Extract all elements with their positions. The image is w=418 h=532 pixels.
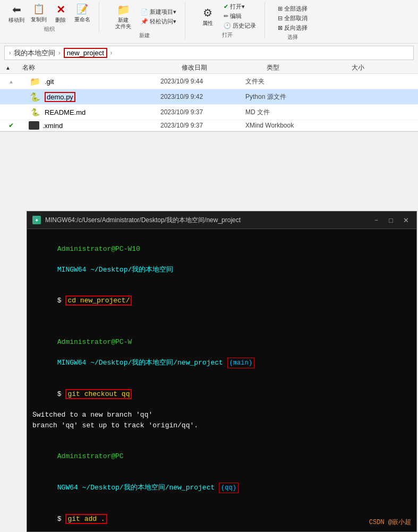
csdn-watermark: CSDN @嵌小超 [369, 518, 411, 527]
delete-label: 删除 [55, 17, 66, 23]
properties-icon: ⚙ [203, 6, 212, 19]
copy-to-label: 复制到 [31, 16, 47, 23]
demo-py-name-cell: 🐍 demo.py [22, 90, 160, 103]
file-row-demo-py[interactable]: 🐍 demo.py 2023/10/9 9:42 Python 源文件 [0, 89, 418, 105]
terminal-icon: ✦ [32, 216, 41, 224]
new-folder-icon: 📁 [117, 3, 130, 16]
terminal-title: MINGW64:/c/Users/Administrator/Desktop/我… [45, 216, 366, 225]
breadcrumb-root[interactable]: 我的本地空间 [14, 48, 55, 58]
new-item-button[interactable]: 📄 新建项目▾ [139, 7, 178, 16]
git-folder-sort-icon: ▲ [8, 79, 14, 85]
easy-access-button[interactable]: 📌 轻松访问▾ [139, 17, 178, 26]
history-icon: 🕐 [224, 22, 231, 29]
column-header-size[interactable]: 大小 [352, 63, 394, 72]
file-row-readme[interactable]: 🐍 README.md 2023/10/9 9:37 MD 文件 [0, 105, 418, 120]
prompt-checkout: $ [57, 390, 66, 398]
column-header-date[interactable]: 修改日期 [182, 63, 267, 72]
history-label: 历史记录 [233, 22, 256, 30]
select-sub-group: ⊞ 全部选择 ⊟ 全部取消 ⊠ 反向选择 [276, 4, 310, 32]
ribbon-group-new: 📁 新建文件夹 📄 新建项目▾ 📌 轻松访问▾ 新建 [108, 2, 185, 39]
user-host-2: Administrator@PC-W [57, 338, 132, 346]
organize-label: 组织 [44, 26, 55, 33]
color-block [57, 473, 66, 481]
terminal-window: ✦ MINGW64:/c/Users/Administrator/Desktop… [27, 211, 417, 532]
delete-icon: ✕ [56, 3, 65, 16]
properties-label: 属性 [202, 20, 213, 27]
open-button[interactable]: ✔ 打开▾ [221, 2, 258, 11]
file-row-xmind[interactable]: ✔ .xmind 2023/10/9 9:37 XMind Workbook [0, 120, 418, 131]
git-folder-date: 2023/10/9 9:44 [160, 78, 245, 85]
invert-label: 反向选择 [284, 24, 308, 32]
spacer-2 [57, 349, 82, 357]
open-label: 打开▾ [230, 3, 245, 11]
branch-qq-1: (qq) [219, 483, 238, 493]
open-buttons: ⚙ 属性 ✔ 打开▾ ✏ 编辑 🕐 历史记录 [196, 2, 258, 30]
ribbon-group-open: ⚙ 属性 ✔ 打开▾ ✏ 编辑 🕐 历史记录 [194, 2, 265, 39]
edit-button[interactable]: ✏ 编辑 [221, 12, 258, 21]
readme-name: README.md [45, 108, 86, 116]
terminal-body[interactable]: Administrator@PC-W10 MINGW64 ~/Desktop/我… [27, 229, 416, 531]
minimize-button[interactable]: － [371, 215, 381, 225]
terminal-line-2: Administrator@PC-W MINGW64 ~/Desktop/我的本… [32, 327, 411, 379]
column-header-type[interactable]: 类型 [267, 63, 352, 72]
git-folder-name-cell: 📁 .git [22, 75, 160, 88]
edit-label: 编辑 [230, 12, 242, 20]
select-label: 选择 [287, 33, 298, 41]
open-label: 打开 [222, 31, 233, 39]
move-to-icon: ⬅ [12, 3, 21, 16]
new-folder-label: 新建文件夹 [115, 17, 131, 30]
history-button[interactable]: 🕐 历史记录 [221, 21, 258, 30]
cmd-add: git add . [65, 514, 107, 524]
user-host-3: Administrator@PC [57, 452, 124, 460]
terminal-line-cd: $ cd new_project/ [32, 285, 411, 317]
ribbon-group-select: ⊞ 全部选择 ⊟ 全部取消 ⊠ 反向选择 选择 [274, 2, 316, 41]
output-switched: Switched to a new branch 'qq' [32, 410, 411, 420]
git-folder-name: .git [45, 78, 54, 86]
invert-select-button[interactable]: ⊠ 反向选择 [276, 23, 310, 32]
ribbon: ⬅ 移动到 📋 复制到 ✕ 删除 📝 重命名 组织 [0, 0, 418, 44]
maximize-button[interactable]: □ [386, 215, 396, 225]
terminal-controls: － □ ✕ [371, 215, 411, 225]
rename-button[interactable]: 📝 重命名 [72, 3, 92, 24]
properties-button[interactable]: ⚙ 属性 [196, 5, 219, 28]
xmind-date: 2023/10/9 9:37 [160, 122, 245, 129]
breadcrumb-end-chevron: › [110, 50, 112, 56]
copy-to-button[interactable]: 📋 复制到 [29, 3, 49, 24]
select-all-button[interactable]: ⊞ 全部选择 [276, 4, 310, 13]
prompt-add: $ [57, 515, 66, 523]
path-2: MINGW64 ~/Desktop/我的本地空间/new_project [57, 359, 227, 367]
output-branch-set: branch 'qq' set up to track 'origin/qq'. [32, 420, 411, 431]
select-all-label: 全部选择 [284, 5, 308, 13]
spacer-3 [57, 463, 66, 471]
address-bar[interactable]: › 我的本地空间 › new_project › [4, 46, 414, 60]
ribbon-group-organize: ⬅ 移动到 📋 复制到 ✕ 删除 📝 重命名 组织 [4, 2, 99, 33]
rename-icon: 📝 [76, 4, 88, 15]
delete-button[interactable]: ✕ 删除 [51, 2, 70, 24]
demo-py-date: 2023/10/9 9:42 [160, 93, 245, 100]
file-explorer: ⬅ 移动到 📋 复制到 ✕ 删除 📝 重命名 组织 [0, 0, 418, 132]
demo-py-name: demo.py [45, 92, 75, 102]
readme-icon: 🐍 [29, 106, 41, 119]
checkmark-icon: ✔ [8, 122, 14, 129]
file-row-git[interactable]: ▲ 📁 .git 2023/10/9 9:44 文件夹 [0, 74, 418, 89]
close-button[interactable]: ✕ [400, 215, 411, 225]
select-none-button[interactable]: ⊟ 全部取消 [276, 14, 310, 23]
git-folder-type: 文件夹 [245, 77, 330, 86]
open-icon: ✔ [224, 3, 228, 10]
demo-py-type: Python 源文件 [245, 92, 330, 102]
select-none-icon: ⊟ [278, 15, 283, 22]
xmind-name: .xmind [42, 122, 63, 130]
breadcrumb-separator: › [58, 50, 60, 56]
branch-main: (main) [227, 358, 254, 368]
easy-access-icon: 📌 [141, 18, 148, 25]
column-header-name[interactable]: 名称 [22, 63, 182, 72]
rename-label: 重命名 [74, 16, 90, 23]
edit-icon: ✏ [224, 13, 228, 20]
new-folder-button[interactable]: 📁 新建文件夹 [110, 2, 137, 31]
prompt-cd: $ [57, 297, 66, 305]
breadcrumb-current[interactable]: new_project [64, 48, 107, 58]
terminal-line-3: Administrator@PC NGW64 ~/Desktop/我的本地空间/… [32, 441, 411, 504]
easy-access-label: 轻松访问▾ [150, 18, 176, 26]
file-list: ▲ 📁 .git 2023/10/9 9:44 文件夹 🐍 demo.py 20… [0, 74, 418, 131]
move-to-button[interactable]: ⬅ 移动到 [6, 2, 27, 24]
